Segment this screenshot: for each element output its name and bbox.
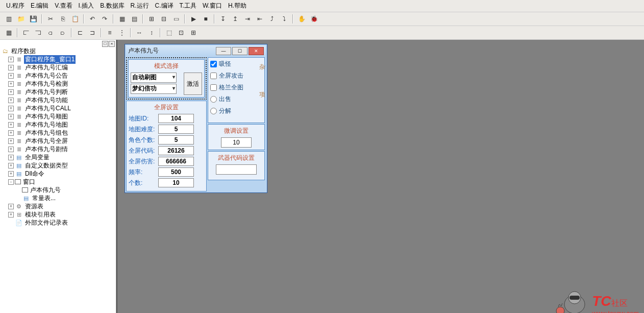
menu-compile[interactable]: C.编译 (153, 1, 176, 11)
menu-program[interactable]: U.程序 (4, 1, 27, 11)
field-input[interactable] (158, 125, 194, 134)
expand-icon[interactable]: + (8, 57, 14, 62)
checkbox[interactable] (210, 73, 217, 79)
tool-icon-1[interactable]: ▦ (116, 14, 128, 24)
tree-item[interactable]: +≣卢本伟九号CALL (1, 104, 115, 112)
radio[interactable] (210, 96, 217, 103)
tree-item[interactable]: +≣窗口程序集_窗口1 (1, 55, 115, 63)
order-icon-3[interactable]: ⊞ (188, 28, 199, 38)
menu-run[interactable]: R.运行 (129, 1, 151, 11)
tree-close-icon[interactable]: × (109, 41, 115, 47)
align-icon-6[interactable]: ⊐ (87, 28, 98, 38)
mode-select-1[interactable]: 自动刷图 (131, 73, 177, 83)
radio-row[interactable]: 出售 (210, 95, 262, 104)
field-input[interactable] (158, 114, 194, 123)
tree-item[interactable]: +≣卢本伟九号功能 (1, 96, 115, 104)
expand-icon[interactable]: + (8, 138, 14, 144)
tree-item[interactable]: +⊞模块引用表 (1, 210, 115, 219)
expand-icon[interactable]: + (8, 122, 14, 128)
step-icon-3[interactable]: ⇥ (242, 14, 253, 24)
tree-item[interactable]: 卢本伟九号 (1, 186, 115, 194)
hand-icon[interactable]: ✋ (296, 14, 307, 24)
expand-icon[interactable]: - (8, 179, 14, 185)
paste-icon[interactable]: 📋 (69, 14, 81, 24)
field-input[interactable] (158, 157, 194, 166)
checkbox-row[interactable]: 格兰全图 (210, 83, 262, 92)
tree-item[interactable]: -窗口 (1, 178, 115, 186)
align-icon-2[interactable]: ⫎ (33, 28, 44, 38)
align-icon-1[interactable]: ⫍ (20, 28, 32, 38)
redo-icon[interactable]: ↷ (99, 14, 110, 24)
tree-item[interactable]: +≣卢本伟九号剧情 (1, 145, 115, 153)
expand-icon[interactable]: + (8, 65, 14, 70)
cut-icon[interactable]: ✂ (45, 14, 56, 24)
tree-pin-icon[interactable]: □ (102, 41, 108, 47)
expand-icon[interactable]: + (8, 204, 14, 209)
expand-icon[interactable]: + (8, 106, 14, 111)
app-window[interactable]: 卢本伟九号 — ☐ ✕ 模式选择 自动刷图 梦幻倍功 (125, 44, 267, 193)
tree-item[interactable]: +▤全局变量 (1, 153, 115, 161)
radio[interactable] (210, 108, 217, 114)
save-icon[interactable]: 💾 (28, 14, 39, 24)
layout-icon-1[interactable]: ▦ (3, 28, 14, 38)
expand-icon[interactable]: + (8, 98, 14, 103)
order-icon-1[interactable]: ⬚ (163, 28, 175, 38)
order-icon-2[interactable]: ⊡ (176, 28, 187, 38)
size-icon-1[interactable]: ↔ (134, 28, 145, 38)
dist-icon-2[interactable]: ⋮ (116, 28, 128, 38)
tree-item[interactable]: +≣卢本伟九号全屏 (1, 137, 115, 145)
tool-icon-2[interactable]: ▤ (129, 14, 140, 24)
menu-database[interactable]: B.数据库 (98, 1, 126, 11)
step-icon-2[interactable]: ↥ (230, 14, 241, 24)
tool-icon-5[interactable]: ▭ (170, 14, 182, 24)
checkbox-row[interactable]: 全屏攻击 (210, 71, 262, 80)
checkbox[interactable] (210, 61, 217, 67)
tool-icon-3[interactable]: ⊞ (146, 14, 157, 24)
step-icon-1[interactable]: ↧ (217, 14, 229, 24)
step-icon-6[interactable]: ⤵ (279, 14, 290, 24)
menu-view[interactable]: V.查看 (53, 1, 74, 11)
field-input[interactable] (158, 167, 194, 177)
tree-root[interactable]: 🗂 程序数据 (1, 47, 115, 55)
open-icon[interactable]: 📁 (15, 14, 27, 24)
undo-icon[interactable]: ↶ (87, 14, 98, 24)
tree-item[interactable]: 📄外部文件记录表 (1, 219, 115, 227)
field-input[interactable] (158, 135, 194, 145)
close-button[interactable]: ✕ (249, 47, 264, 55)
expand-icon[interactable]: + (8, 212, 14, 218)
expand-icon[interactable]: + (8, 73, 14, 79)
checkbox[interactable] (210, 84, 217, 91)
design-canvas[interactable]: 卢本伟九号 — ☐ ✕ 模式选择 自动刷图 梦幻倍功 (116, 40, 644, 313)
bug-icon[interactable]: 🐞 (308, 14, 319, 24)
expand-icon[interactable]: + (8, 147, 14, 152)
field-input[interactable] (158, 178, 194, 187)
tree-item[interactable]: +▤Dll命令 (1, 170, 115, 178)
expand-icon[interactable]: + (8, 114, 14, 119)
tree-item[interactable]: +≣卢本伟九号组包 (1, 129, 115, 137)
menu-edit[interactable]: E.编辑 (29, 1, 51, 11)
expand-icon[interactable]: + (8, 89, 14, 95)
menu-help[interactable]: H.帮助 (226, 1, 249, 11)
expand-icon[interactable]: + (8, 155, 14, 160)
align-icon-5[interactable]: ⊏ (75, 28, 86, 38)
checkbox-row[interactable]: 吸怪 (210, 60, 262, 68)
expand-icon[interactable]: + (8, 130, 14, 136)
menu-window[interactable]: W.窗口 (201, 1, 224, 11)
radio-row[interactable]: 分解 (210, 107, 262, 115)
tree-item[interactable]: +≣卢本伟九号顺图 (1, 112, 115, 121)
tree-item[interactable]: +≣卢本伟九号汇编 (1, 63, 115, 71)
minimize-button[interactable]: — (216, 47, 231, 55)
tree-item[interactable]: ▤常量表... (1, 194, 115, 202)
field-input[interactable] (158, 146, 194, 155)
dist-icon-1[interactable]: ≡ (104, 28, 115, 38)
menu-insert[interactable]: I.插入 (77, 1, 96, 11)
expand-icon[interactable]: + (8, 163, 14, 168)
align-icon-4[interactable]: ⫐ (57, 28, 68, 38)
tree-item[interactable]: +≣卢本伟九号地图 (1, 121, 115, 129)
new-icon[interactable]: ▥ (3, 14, 14, 24)
expand-icon[interactable]: + (8, 171, 14, 177)
micro-input[interactable] (221, 137, 252, 148)
maximize-button[interactable]: ☐ (232, 47, 247, 55)
tree-item[interactable]: +≣卢本伟九号检测 (1, 80, 115, 88)
step-icon-5[interactable]: ⤴ (266, 14, 278, 24)
